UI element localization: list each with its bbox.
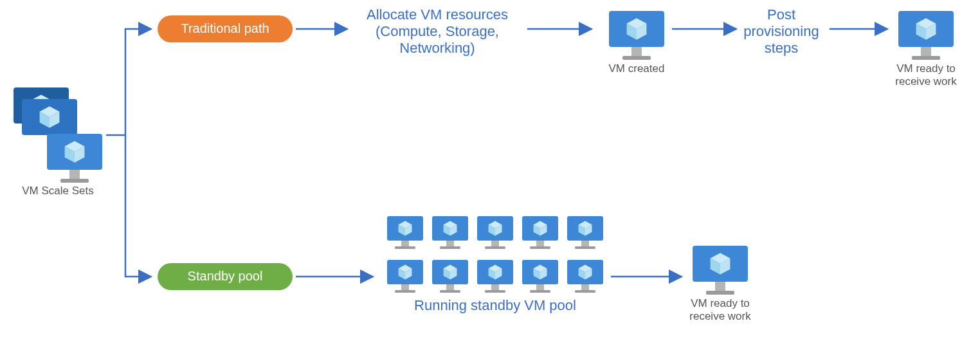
svg-text:steps: steps (765, 40, 799, 56)
svg-text:(Compute, Storage,: (Compute, Storage, (376, 23, 499, 39)
provisioning-diagram: VM Scale Sets Traditional path Allocate … (0, 0, 980, 339)
svg-text:VM ready to: VM ready to (896, 62, 956, 75)
vm-azure-icon (477, 216, 513, 249)
svg-text:provisioning: provisioning (743, 23, 819, 39)
vm-azure-icon (567, 216, 603, 249)
vm-azure-icon (387, 216, 423, 249)
standby-pool-caption: Running standby VM pool (414, 297, 576, 313)
vm-azure-icon (387, 260, 423, 293)
vm-azure-icon (432, 260, 468, 293)
vm-azure-icon (567, 260, 603, 293)
standby-pool-label: Standby pool (188, 269, 263, 283)
vm-azure-icon (898, 11, 954, 60)
source-label: VM Scale Sets (22, 185, 94, 197)
svg-text:Allocate VM resources: Allocate VM resources (367, 6, 508, 23)
svg-text:receive work: receive work (689, 310, 751, 322)
vm-created-label: VM created (609, 62, 665, 75)
vm-azure-icon (522, 260, 558, 293)
svg-text:Post: Post (767, 6, 795, 23)
vm-azure-icon (693, 246, 748, 295)
svg-text:receive work: receive work (895, 75, 957, 87)
vm-azure-icon (522, 216, 558, 249)
vm-azure-icon (609, 11, 664, 60)
vm-azure-icon (477, 260, 513, 293)
svg-text:Networking): Networking) (399, 40, 475, 56)
standby-vm-pool (387, 216, 603, 293)
vm-scale-sets (14, 87, 102, 183)
traditional-path-label: Traditional path (181, 21, 269, 35)
vm-azure-icon (432, 216, 468, 249)
vm-azure-icon (47, 134, 102, 183)
svg-text:VM ready to: VM ready to (691, 297, 750, 309)
